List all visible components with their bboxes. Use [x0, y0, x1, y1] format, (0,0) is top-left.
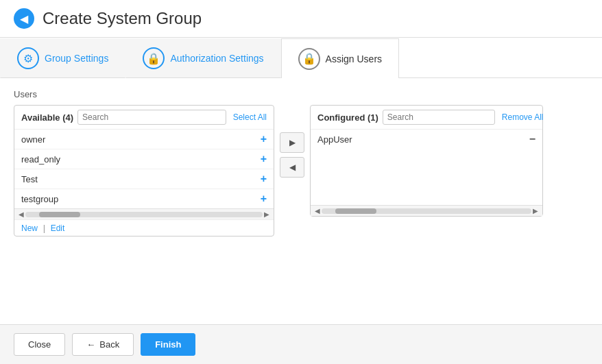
list-item: AppUser − — [311, 130, 542, 149]
page-title: Create System Group — [43, 9, 202, 28]
tab-authorization-settings[interactable]: 🔒 Authorization Settings — [125, 38, 280, 78]
transfer-left-icon: ◀ — [289, 162, 296, 172]
add-read-only-button[interactable]: + — [261, 154, 267, 165]
main-content: Users Available (4) Select All owner + r… — [0, 78, 602, 324]
back-arrow-icon: ◀ — [20, 12, 28, 25]
configured-panel-title: Configured (1) — [317, 112, 378, 123]
available-panel-header: Available (4) Select All — [14, 106, 274, 130]
item-name-owner: owner — [21, 134, 45, 145]
scroll-left-icon[interactable]: ◀ — [17, 210, 25, 218]
item-name-appuser: AppUser — [317, 134, 352, 145]
tab-bar: ⚙ Group Settings 🔒 Authorization Setting… — [0, 38, 602, 78]
configured-panel: Configured (1) Remove All AppUser − ◀ ▶ — [310, 105, 543, 217]
tab-group-settings-label: Group Settings — [45, 53, 108, 64]
back-button-label: Back — [99, 339, 119, 350]
scrollbar-track — [25, 212, 263, 217]
tab-assign-users[interactable]: 🔒 Assign Users — [281, 38, 399, 78]
item-name-test: Test — [21, 174, 38, 184]
remove-all-button[interactable]: Remove All — [502, 112, 544, 122]
transfer-right-icon: ▶ — [289, 138, 296, 147]
transfer-right-button[interactable]: ▶ — [280, 132, 304, 153]
add-test-button[interactable]: + — [261, 173, 267, 184]
assign-users-icon: 🔒 — [298, 48, 320, 70]
page-header: ◀ Create System Group — [0, 0, 602, 38]
item-name-read-only: read_only — [21, 154, 60, 165]
remove-appuser-button[interactable]: − — [529, 134, 535, 145]
available-scrollbar: ◀ ▶ — [14, 208, 274, 219]
configured-search-input[interactable] — [383, 110, 495, 125]
list-item: Test + — [14, 169, 274, 189]
list-item: owner + — [14, 130, 274, 149]
footer-separator: | — [43, 223, 45, 233]
available-panel-title: Available (4) — [21, 112, 73, 123]
add-owner-button[interactable]: + — [261, 134, 267, 145]
new-link[interactable]: New — [21, 223, 38, 233]
configured-scrollbar: ◀ ▶ — [311, 205, 542, 216]
available-items-list: owner + read_only + Test + testgroup + — [14, 130, 274, 208]
edit-link[interactable]: Edit — [51, 223, 65, 233]
add-testgroup-button[interactable]: + — [261, 193, 267, 204]
scroll-right-icon[interactable]: ▶ — [263, 210, 271, 218]
section-label: Users — [14, 89, 588, 99]
scrollbar-thumb — [39, 212, 80, 217]
available-search-input[interactable] — [77, 110, 226, 125]
configured-scroll-right-icon[interactable]: ▶ — [531, 207, 540, 215]
back-nav-button[interactable]: ◀ — [14, 8, 34, 29]
authorization-settings-icon: 🔒 — [143, 47, 165, 69]
configured-scrollbar-thumb — [335, 208, 376, 214]
tab-authorization-settings-label: Authorization Settings — [170, 53, 263, 64]
available-panel: Available (4) Select All owner + read_on… — [14, 105, 274, 236]
back-button[interactable]: ← Back — [72, 333, 134, 356]
back-button-arrow-icon: ← — [86, 339, 95, 350]
configured-items-list: AppUser − — [311, 130, 542, 205]
tab-group-settings[interactable]: ⚙ Group Settings — [0, 38, 125, 78]
configured-scroll-left-icon[interactable]: ◀ — [313, 207, 322, 215]
group-settings-icon: ⚙ — [17, 47, 39, 69]
item-name-testgroup: testgroup — [21, 194, 58, 204]
list-item: testgroup + — [14, 189, 274, 208]
transfer-left-button[interactable]: ◀ — [280, 157, 304, 178]
list-item: read_only + — [14, 149, 274, 169]
finish-button[interactable]: Finish — [141, 333, 195, 356]
dual-list: Available (4) Select All owner + read_on… — [14, 105, 588, 236]
tab-assign-users-label: Assign Users — [326, 53, 382, 64]
configured-panel-header: Configured (1) Remove All — [311, 106, 542, 130]
configured-scrollbar-track — [322, 208, 531, 214]
select-all-button[interactable]: Select All — [233, 112, 267, 122]
available-panel-footer: New | Edit — [14, 219, 274, 236]
page-footer: Close ← Back Finish — [0, 324, 602, 364]
transfer-buttons: ▶ ◀ — [280, 105, 304, 178]
close-button[interactable]: Close — [14, 333, 65, 356]
